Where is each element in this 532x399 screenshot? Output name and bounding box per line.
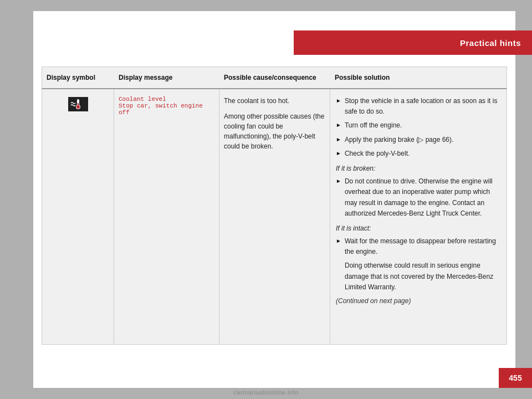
message-line1: Coolant level — [119, 96, 166, 103]
col-header-cause: Possible cause/consequence — [219, 71, 330, 84]
bullet-arrow-2: ► — [336, 121, 341, 130]
warning-text: Doing otherwise could result in serious … — [345, 260, 501, 293]
watermark: carmanualsonline.info — [0, 389, 532, 396]
message-line3: off — [119, 109, 130, 116]
display-message-cell: Coolant level Stop car, switch engine of… — [114, 89, 219, 344]
solution-item-4: ► Check the poly-V-belt. — [336, 149, 501, 159]
solution-item-5: ► Do not continue to drive. Otherwise th… — [336, 176, 501, 219]
section-label-2: If it is intact: — [336, 223, 501, 234]
solution-text-1: Stop the vehicle in a safe location or a… — [345, 96, 501, 117]
solution-item-3: ► Apply the parking brake (▷ page 66). — [336, 135, 501, 145]
col-header-message: Display message — [114, 71, 219, 84]
solution-text-4: Check the poly-V-belt. — [345, 149, 501, 159]
solution-text-5: Do not continue to drive. Otherwise the … — [345, 176, 501, 219]
solution-text-2: Turn off the engine. — [345, 120, 501, 131]
solution-text-3: Apply the parking brake (▷ page 66). — [345, 135, 501, 145]
solution-text-6: Wait for the message to disappear before… — [345, 236, 501, 257]
main-table: Display symbol Display message Possible … — [42, 66, 507, 345]
bullet-arrow-5: ► — [336, 177, 341, 186]
cause-para1: The coolant is too hot. — [224, 96, 325, 106]
section-label-1: If it is broken: — [336, 163, 501, 174]
coolant-temperature-icon — [68, 97, 88, 111]
table-header-row: Display symbol Display message Possible … — [42, 67, 507, 89]
svg-point-3 — [76, 105, 80, 109]
solution-cell: ► Stop the vehicle in a safe location or… — [330, 89, 507, 344]
bullet-arrow-1: ► — [336, 96, 341, 105]
page-title: Practical hints — [460, 38, 521, 48]
table-row: Coolant level Stop car, switch engine of… — [42, 89, 507, 344]
col-header-symbol: Display symbol — [42, 71, 114, 84]
cause-para2: Among other possible causes (the cooling… — [224, 111, 325, 151]
solution-item-6: ► Wait for the message to disappear befo… — [336, 236, 501, 257]
bullet-arrow-6: ► — [336, 237, 341, 245]
page-number-box: 455 — [499, 368, 532, 388]
solution-item-2: ► Turn off the engine. — [336, 120, 501, 131]
cause-cell: The coolant is too hot. Among other poss… — [219, 89, 330, 344]
bullet-arrow-3: ► — [336, 135, 341, 144]
solution-item-1: ► Stop the vehicle in a safe location or… — [336, 96, 501, 117]
coolant-svg — [70, 99, 86, 110]
col-header-solution: Possible solution — [330, 71, 507, 84]
message-line2: Stop car, switch engine — [119, 103, 203, 109]
bullet-arrow-4: ► — [336, 149, 341, 158]
symbol-cell — [42, 89, 114, 344]
header-bar: Practical hints — [294, 30, 532, 55]
continued-text: (Continued on next page) — [336, 297, 411, 305]
watermark-text: carmanualsonline.info — [233, 389, 299, 396]
page-number: 455 — [509, 374, 521, 382]
